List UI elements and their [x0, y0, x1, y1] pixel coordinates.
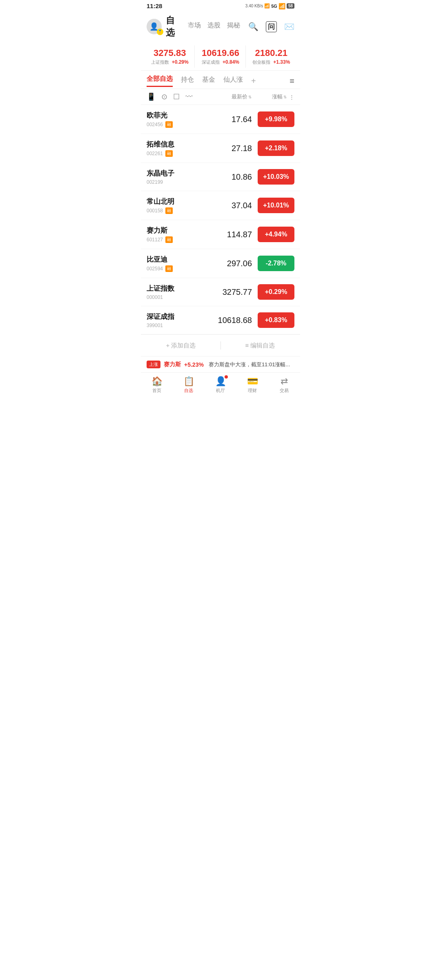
chart-view-icon[interactable]: 〰 [185, 93, 193, 101]
stock-price: 10618.68 [218, 316, 252, 325]
tabs: 全部自选 持仓 基金 仙人涨 + ≡ [141, 71, 300, 89]
edit-watchlist-button[interactable]: ≡ 编辑自选 [245, 342, 275, 350]
stock-change: +4.94% [258, 227, 294, 242]
index-shanghai[interactable]: 3275.83 上证指数 +0.29% [145, 45, 195, 68]
bottom-nav-首页[interactable]: 🏠首页 [145, 376, 169, 394]
battery-icon: 58 [287, 3, 294, 9]
stock-code-row: 601127 融 [147, 236, 219, 243]
stock-item[interactable]: 深证成指 399001 10618.68 +0.83% [141, 306, 300, 334]
stock-item[interactable]: 拓维信息 002261 融 27.18 +2.18% [141, 134, 300, 163]
stock-name: 上证指数 [147, 284, 219, 293]
status-bar: 11:28 3.40 KB/s 📶 5G 📶 58 [141, 0, 300, 11]
index-shenzhen[interactable]: 10619.66 深证成指 +0.84% [196, 45, 245, 68]
index-chinext[interactable]: 2180.21 创业板指 +1.33% [247, 45, 296, 68]
stock-code-row: 000001 [147, 294, 219, 300]
stock-price: 10.86 [219, 172, 252, 182]
tab-menu-icon[interactable]: ≡ [290, 76, 294, 86]
price-header[interactable]: 最新价 ⇅ [232, 93, 252, 100]
status-time: 11:28 [147, 2, 162, 9]
grid-view-icon[interactable]: ⊙ [161, 92, 167, 101]
notif-change: +5.23% [184, 361, 204, 368]
stock-name: 东晶电子 [147, 169, 219, 178]
stock-info: 欧菲光 002456 融 [147, 111, 219, 128]
list-view-icon[interactable]: 📱 [147, 92, 156, 101]
stock-code-row: 002594 融 [147, 265, 219, 272]
signal-icon: 5G [271, 4, 277, 9]
change-header[interactable]: 涨幅 ⇅ ⋮ [272, 93, 294, 100]
stock-item[interactable]: 欧菲光 002456 融 17.64 +9.98% [141, 105, 300, 134]
stock-tag: 融 [165, 150, 173, 157]
nav-icon-首页: 🏠 [151, 376, 163, 386]
stock-item[interactable]: 上证指数 000001 3275.77 +0.29% [141, 278, 300, 306]
stock-item[interactable]: 比亚迪 002594 融 297.06 -2.78% [141, 249, 300, 278]
mail-icon[interactable]: ✉️ [284, 22, 294, 31]
tab-add[interactable]: + [251, 76, 256, 86]
question-icon[interactable]: 问 [266, 21, 277, 32]
stock-item[interactable]: 赛力斯 601127 融 114.87 +4.94% [141, 220, 300, 249]
stock-code: 399001 [147, 323, 163, 328]
stock-info: 赛力斯 601127 融 [147, 226, 219, 243]
page-title: 自选 [166, 14, 184, 39]
tab-xianren[interactable]: 仙人涨 [223, 76, 243, 87]
header-icons: 🔍 问 ✉️ [248, 21, 294, 32]
stock-info: 拓维信息 002261 融 [147, 140, 219, 157]
avatar[interactable]: 👤 🥇 [147, 19, 162, 34]
stock-change: +2.18% [258, 140, 294, 156]
stock-price: 297.06 [219, 259, 252, 268]
nav-select[interactable]: 选股 [207, 21, 220, 32]
stock-price: 37.04 [219, 201, 252, 210]
nav-icon-自选: 📋 [183, 376, 194, 386]
add-watchlist-button[interactable]: + 添加自选 [166, 342, 196, 350]
change-sort-icon: ⇅ [283, 95, 287, 99]
nav-reveal[interactable]: 揭秘 [227, 21, 240, 32]
nav-items: 市场 选股 揭秘 [188, 21, 240, 32]
notif-text: 赛力斯盘中大涨，截至11:01涨幅... [209, 361, 294, 368]
tab-fund[interactable]: 基金 [202, 76, 215, 87]
notif-badge: 上涨 [147, 361, 160, 368]
nav-dot [225, 375, 228, 379]
notification-bar[interactable]: 上涨 赛力斯 +5.23% 赛力斯盘中大涨，截至11:01涨幅... [141, 356, 300, 372]
stock-code-row: 002199 [147, 179, 219, 185]
stock-price: 17.64 [219, 115, 252, 124]
bottom-nav-理财[interactable]: 💳理财 [240, 376, 265, 394]
stock-code: 000158 [147, 208, 163, 214]
stock-price: 27.18 [219, 144, 252, 153]
shenzhen-name: 深证成指 +0.84% [197, 59, 243, 65]
stock-info: 常山北明 000158 融 [147, 197, 219, 214]
nav-market[interactable]: 市场 [188, 21, 201, 32]
stock-code: 000001 [147, 294, 163, 300]
stock-info: 深证成指 399001 [147, 312, 218, 328]
bottom-nav-交易[interactable]: ⇄交易 [272, 376, 296, 394]
bottom-nav-机厅[interactable]: 👤机厅 [208, 376, 233, 394]
stock-code-row: 399001 [147, 323, 218, 328]
stock-name: 比亚迪 [147, 255, 219, 264]
stock-name: 赛力斯 [147, 226, 219, 235]
stock-code-row: 002456 融 [147, 121, 219, 128]
action-divider [220, 341, 221, 350]
stock-name: 常山北明 [147, 197, 219, 206]
tab-all[interactable]: 全部自选 [147, 75, 173, 87]
stock-info: 比亚迪 002594 融 [147, 255, 219, 272]
nav-icon-机厅: 👤 [215, 376, 226, 386]
stock-change: +10.01% [258, 198, 294, 213]
stock-price: 114.87 [219, 230, 252, 239]
search-icon[interactable]: 🔍 [248, 22, 258, 31]
more-icon[interactable]: ⋮ [289, 94, 294, 100]
stock-item[interactable]: 常山北明 000158 融 37.04 +10.01% [141, 191, 300, 220]
notif-stock: 赛力斯 [164, 361, 181, 368]
nav-label-首页: 首页 [152, 388, 161, 394]
table-view-icon[interactable]: ☐ [173, 92, 180, 101]
stock-name: 欧菲光 [147, 111, 219, 120]
status-icons: 3.40 KB/s 📶 5G 📶 58 [245, 3, 294, 9]
stock-name: 拓维信息 [147, 140, 219, 149]
stock-item[interactable]: 东晶电子 002199 10.86 +10.03% [141, 163, 300, 191]
stock-code: 002261 [147, 151, 163, 156]
stock-code: 002199 [147, 179, 163, 185]
nav-icon-理财: 💳 [247, 376, 258, 386]
bottom-nav: 🏠首页📋自选👤机厅💳理财⇄交易 [141, 372, 300, 395]
stock-change: +10.03% [258, 169, 294, 185]
bottom-nav-自选[interactable]: 📋自选 [176, 376, 201, 394]
col-headers: 最新价 ⇅ 涨幅 ⇅ ⋮ [232, 93, 294, 100]
tab-holding[interactable]: 持仓 [181, 76, 194, 87]
carrier-icon: 📶 [264, 3, 270, 9]
